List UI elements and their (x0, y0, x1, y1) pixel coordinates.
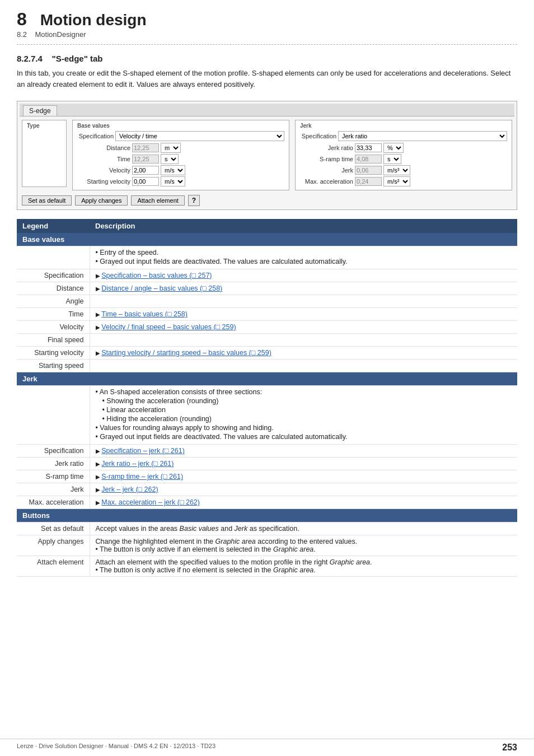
attach-element-label-cell: Attach element (17, 556, 90, 577)
table-row: Apply changes Change the highlighted ele… (17, 535, 517, 556)
apply-changes-desc: Change the highlighted element in the Gr… (90, 535, 517, 556)
velocity-unit-select[interactable]: m/s (161, 165, 185, 175)
base-values-header: Base values (17, 233, 517, 246)
time-unit-select[interactable]: s (161, 154, 179, 164)
section-description: In this tab, you create or edit the S-sh… (17, 68, 517, 90)
col-description: Description (90, 219, 517, 233)
page-number: 253 (502, 743, 517, 753)
jerk-box-title: Jerk (300, 123, 507, 129)
max-accel-link[interactable]: Max. acceleration – jerk (□ 262) (101, 498, 200, 506)
table-row: An S-shaped acceleration consists of thr… (17, 386, 517, 445)
table-row: Max. acceleration Max. acceleration – je… (17, 496, 517, 509)
s-ramp-time-label-cell: S-ramp time (17, 470, 90, 483)
time-label-cell: Time (17, 308, 90, 321)
jerk-field-label: Jerk (300, 167, 353, 174)
velocity-input[interactable] (132, 166, 159, 175)
spec-jerk-desc: Specification – jerk (□ 261) (90, 445, 517, 458)
type-box: Type (22, 120, 67, 187)
jerk-intro-desc: An S-shaped acceleration consists of thr… (90, 386, 517, 445)
starting-speed-desc (90, 360, 517, 372)
velocity-link[interactable]: Velocity / final speed – basic values (□… (101, 323, 236, 331)
intro-desc: Entry of the speed. Grayed out input fie… (90, 246, 517, 269)
table-row: Angle (17, 295, 517, 308)
starting-velocity-unit-select[interactable]: m/s (161, 176, 185, 186)
table-row: Jerk ratio Jerk ratio – jerk (□ 261) (17, 458, 517, 470)
sedge-panel: S-edge Type Base values Specification Ve… (17, 101, 517, 210)
attach-element-button[interactable]: Attach element (131, 195, 184, 206)
apply-changes-label-cell: Apply changes (17, 535, 90, 556)
buttons-header: Buttons (17, 509, 517, 522)
jerk-header: Jerk (17, 372, 517, 386)
apply-changes-button[interactable]: Apply changes (75, 195, 128, 206)
jerk-field-input[interactable] (355, 166, 382, 175)
distance-unit-select[interactable]: m (161, 143, 181, 153)
jerk-ratio-desc: Jerk ratio – jerk (□ 261) (90, 458, 517, 470)
table-row: Specification Specification – jerk (□ 26… (17, 445, 517, 458)
max-accel-desc: Max. acceleration – jerk (□ 262) (90, 496, 517, 509)
distance-label: Distance (77, 144, 130, 151)
time-desc: Time – basic values (□ 258) (90, 308, 517, 321)
base-values-title: Base values (77, 123, 284, 129)
s-ramp-time-input[interactable] (355, 155, 382, 164)
set-default-button[interactable]: Set as default (22, 195, 72, 206)
spec-jerk-link[interactable]: Specification – jerk (□ 261) (101, 447, 185, 455)
chapter-number: 8 (17, 10, 27, 28)
table-row: Attach element Attach an element with th… (17, 556, 517, 577)
sedge-tab[interactable]: S-edge (23, 105, 57, 116)
jerk-ratio-label: Jerk ratio (300, 144, 353, 151)
final-speed-desc (90, 334, 517, 347)
spec-select[interactable]: Velocity / time (115, 131, 284, 141)
specification-label: Specification (17, 269, 90, 282)
max-accel-label-cell: Max. acceleration (17, 496, 90, 509)
time-link[interactable]: Time – basic values (□ 258) (101, 310, 188, 318)
velocity-label: Velocity (77, 167, 130, 174)
max-accel-input[interactable] (355, 177, 382, 186)
table-row: Specification Specification – basic valu… (17, 269, 517, 282)
distance-input[interactable] (132, 143, 159, 152)
specification-desc: Specification – basic values (□ 257) (90, 269, 517, 282)
attach-element-desc: Attach an element with the specified val… (90, 556, 517, 577)
angle-desc (90, 295, 517, 308)
velocity-desc: Velocity / final speed – basic values (□… (90, 321, 517, 334)
starting-velocity-desc: Starting velocity / starting speed – bas… (90, 347, 517, 360)
jerk-ratio-input[interactable] (355, 143, 382, 152)
help-button[interactable]: ? (188, 195, 200, 206)
final-speed-label-cell: Final speed (17, 334, 90, 347)
max-accel-unit-select[interactable]: m/s² (383, 176, 410, 186)
jerk-ratio-unit-select[interactable]: % (383, 143, 404, 153)
spec-jerk-select[interactable]: Jerk ratio (338, 131, 507, 141)
specification-link[interactable]: Specification – basic values (□ 257) (101, 272, 212, 279)
subchapter: 8.2 MotionDesigner (0, 29, 534, 39)
jerk-ratio-link[interactable]: Jerk ratio – jerk (□ 261) (101, 460, 174, 468)
jerk-intro-label (17, 386, 90, 445)
starting-velocity-label-cell: Starting velocity (17, 347, 90, 360)
jerk-link[interactable]: Jerk – jerk (□ 262) (101, 486, 158, 493)
angle-label-cell: Angle (17, 295, 90, 308)
velocity-label-cell: Velocity (17, 321, 90, 334)
section-number-title: 8.2.7.4 "S-edge" tab (17, 54, 517, 63)
jerk-unit-select[interactable]: m/s³ (383, 165, 410, 175)
spec-jerk-label: Specification (300, 133, 336, 139)
s-ramp-time-unit-select[interactable]: s (383, 154, 401, 164)
spec-jerk-label-cell: Specification (17, 445, 90, 458)
time-input[interactable] (132, 155, 159, 164)
col-legend: Legend (17, 219, 90, 233)
s-ramp-time-link[interactable]: S-ramp time – jerk (□ 261) (101, 473, 183, 480)
page-footer: Lenze · Drive Solution Designer · Manual… (0, 739, 534, 756)
jerk-field-desc: Jerk – jerk (□ 262) (90, 483, 517, 496)
type-box-title: Type (27, 123, 62, 129)
footer-left: Lenze · Drive Solution Designer · Manual… (17, 743, 216, 753)
starting-velocity-input[interactable] (132, 177, 159, 186)
distance-link[interactable]: Distance / angle – basic values (□ 258) (101, 284, 222, 292)
s-ramp-time-desc: S-ramp time – jerk (□ 261) (90, 470, 517, 483)
max-accel-label: Max. acceleration (300, 178, 353, 185)
empty-label (17, 246, 90, 269)
jerk-field-label-cell: Jerk (17, 483, 90, 496)
starting-velocity-link[interactable]: Starting velocity / starting speed – bas… (101, 349, 271, 357)
table-row: S-ramp time S-ramp time – jerk (□ 261) (17, 470, 517, 483)
table-row: Jerk Jerk – jerk (□ 262) (17, 483, 517, 496)
time-label: Time (77, 156, 130, 162)
table-row: Distance Distance / angle – basic values… (17, 282, 517, 295)
distance-label-cell: Distance (17, 282, 90, 295)
table-row: Entry of the speed. Grayed out input fie… (17, 246, 517, 269)
